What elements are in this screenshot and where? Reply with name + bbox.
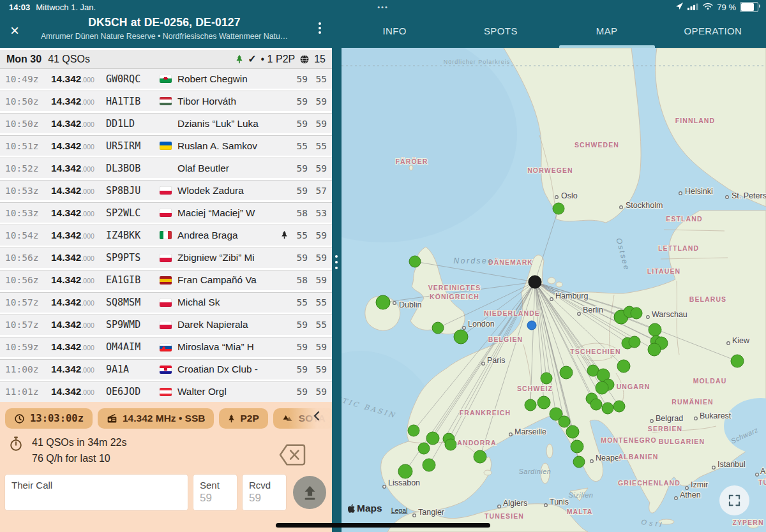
qso-frequency: 14.342.000 bbox=[51, 185, 106, 196]
qso-station-dot[interactable] bbox=[454, 330, 468, 344]
qso-operator-name: Robert Chegwin bbox=[177, 73, 292, 85]
qso-station-dot[interactable] bbox=[648, 343, 661, 356]
backspace-button[interactable] bbox=[278, 443, 306, 469]
qso-time: 10:53z bbox=[5, 186, 51, 196]
qso-station-dot[interactable] bbox=[432, 322, 444, 334]
log-summary-bar[interactable]: Mon 30 41 QSOs ✓ • 1 P2P 15 bbox=[0, 48, 332, 68]
qso-row[interactable]: 10:51z14.342.000UR5IRMRuslan A. Samkov55… bbox=[0, 135, 332, 156]
multitask-dots-icon[interactable]: ••• bbox=[0, 3, 766, 11]
station-dot[interactable] bbox=[529, 276, 541, 288]
qso-row[interactable]: 10:50z14.342.000HA1TIBTibor Horváth5959 bbox=[0, 91, 332, 111]
map-label: RUMÄNIEN bbox=[672, 398, 713, 406]
qso-station-dot[interactable] bbox=[629, 336, 640, 348]
city-label: Ank bbox=[760, 467, 766, 476]
qso-callsign: DD1LD bbox=[106, 118, 160, 129]
qso-callsign: SP9WMD bbox=[106, 319, 160, 330]
fullscreen-button[interactable] bbox=[719, 485, 749, 515]
qso-operator-name: Dzianis “Luk” Luka bbox=[177, 118, 292, 129]
qso-rst-sent: 55 bbox=[292, 141, 308, 151]
chip-sota[interactable]: SOTA bbox=[273, 408, 332, 429]
qso-station-dot[interactable] bbox=[418, 443, 430, 454]
page-title: DK5CH at DE-0256, DE-0127 bbox=[26, 16, 303, 29]
check-icon: ✓ bbox=[248, 53, 256, 65]
tab-map[interactable]: MAP bbox=[554, 14, 660, 48]
qso-row[interactable]: 10:54z14.342.000IZ4BKKAndrea Braga5559 bbox=[0, 225, 332, 245]
qso-row[interactable]: 10:57z14.342.000SP9WMDDarek Napierala595… bbox=[0, 314, 332, 335]
map-label: TÜ bbox=[758, 478, 766, 486]
chip-p2p[interactable]: P2P bbox=[219, 408, 267, 429]
tab-operation[interactable]: OPERATION bbox=[660, 14, 766, 48]
close-icon[interactable]: × bbox=[10, 23, 19, 38]
qso-row[interactable]: 11:01z14.342.000OE6JODWalter Orgl5959 bbox=[0, 381, 332, 402]
rcvd-input[interactable] bbox=[249, 491, 280, 505]
qso-row[interactable]: 10:49z14.342.000GW0RQCRobert Chegwin5955 bbox=[0, 68, 332, 89]
qso-rst-rcvd: 55 bbox=[311, 320, 327, 330]
qso-station-dot[interactable] bbox=[376, 295, 390, 309]
qso-row[interactable]: 10:57z14.342.000SQ8MSMMichal Sk5555 bbox=[0, 292, 332, 313]
qso-rst-sent: 58 bbox=[292, 275, 308, 285]
rst-rcvd-field[interactable]: Rcvd bbox=[243, 475, 286, 510]
qso-station-dot[interactable] bbox=[596, 381, 608, 394]
qso-row[interactable]: 10:56z14.342.000SP9PTSZbigniew “Zibi” Mi… bbox=[0, 248, 332, 268]
app-header: × DK5CH at DE-0256, DE-0127 Amrumer Düne… bbox=[0, 14, 766, 48]
qso-rate-line1: 41 QSOs in 34m 22s bbox=[32, 435, 127, 451]
tab-spots[interactable]: SPOTS bbox=[447, 14, 553, 48]
qso-station-dot[interactable] bbox=[398, 464, 412, 478]
chevron-left-icon[interactable] bbox=[313, 411, 320, 424]
legal-link[interactable]: Legal bbox=[391, 506, 408, 514]
qso-station-dot[interactable] bbox=[602, 403, 613, 414]
map-label: TSCHECHIEN bbox=[570, 348, 620, 355]
qso-row[interactable]: 11:00z14.342.0009A1ACroatian Dx Club -59… bbox=[0, 359, 332, 380]
island-faroe bbox=[409, 165, 413, 170]
qso-station-dot[interactable] bbox=[474, 450, 486, 463]
europe-map[interactable]: OsloHelsinkiSt. PetersbStockholmDublinHa… bbox=[342, 48, 766, 532]
chip-14-342-mhz-ssb[interactable]: 14.342 MHz • SSB bbox=[98, 408, 214, 429]
their-call-field[interactable]: Their Call bbox=[5, 475, 188, 510]
rst-sent-field[interactable]: Sent bbox=[193, 475, 237, 510]
qso-row[interactable]: 10:50z14.342.000DD1LDDzianis “Luk” Luka5… bbox=[0, 113, 332, 133]
home-indicator[interactable] bbox=[276, 523, 490, 528]
qso-station-dot[interactable] bbox=[571, 440, 583, 453]
qso-station-dot[interactable] bbox=[537, 396, 550, 409]
city-label: Kiew bbox=[732, 336, 750, 345]
qso-row[interactable]: 10:53z14.342.000SP2WLCMaciej “Maciej” W5… bbox=[0, 202, 332, 223]
qso-station-dot[interactable] bbox=[566, 425, 579, 438]
qso-station-dot[interactable] bbox=[408, 425, 419, 436]
qso-rst-sent: 55 bbox=[292, 297, 308, 307]
qso-rst-rcvd: 59 bbox=[311, 230, 327, 240]
qso-station-dot[interactable] bbox=[409, 256, 421, 267]
self-spot-dot[interactable] bbox=[527, 321, 536, 330]
qso-station-dot[interactable] bbox=[553, 203, 564, 214]
panel-divider[interactable] bbox=[332, 48, 342, 532]
qso-station-dot[interactable] bbox=[631, 307, 642, 319]
qso-station-dot[interactable] bbox=[426, 432, 439, 445]
log-qso-button[interactable] bbox=[293, 476, 326, 509]
qso-station-dot[interactable] bbox=[590, 399, 602, 410]
qso-station-dot[interactable] bbox=[649, 323, 661, 336]
map-panel[interactable]: OsloHelsinkiSt. PetersbStockholmDublinHa… bbox=[342, 48, 766, 532]
kebab-menu-icon[interactable] bbox=[319, 22, 321, 34]
chip-13-03-00z[interactable]: 13:03:00z bbox=[5, 408, 93, 429]
map-label: VEREINIGTES bbox=[428, 284, 481, 292]
qso-row[interactable]: 10:59z14.342.000OM4AIMMiroslava “Mia” H5… bbox=[0, 337, 332, 357]
qso-station-dot[interactable] bbox=[423, 459, 435, 471]
qso-station-dot[interactable] bbox=[573, 456, 585, 468]
qso-station-dot[interactable] bbox=[731, 355, 744, 367]
qso-station-dot[interactable] bbox=[617, 360, 630, 373]
their-call-input[interactable] bbox=[11, 491, 181, 505]
qso-station-dot[interactable] bbox=[525, 399, 536, 411]
qso-station-dot[interactable] bbox=[559, 416, 570, 427]
qso-station-dot[interactable] bbox=[541, 373, 552, 384]
qso-station-dot[interactable] bbox=[560, 366, 573, 379]
sent-input[interactable] bbox=[200, 491, 230, 505]
flag-hungary-icon bbox=[160, 97, 172, 105]
qso-station-dot[interactable] bbox=[613, 401, 625, 412]
city-label: London bbox=[468, 320, 495, 329]
drag-handle-icon[interactable] bbox=[335, 255, 338, 269]
qso-station-dot[interactable] bbox=[445, 439, 456, 450]
qso-row[interactable]: 10:56z14.342.000EA1GIBFran Campañó Va585… bbox=[0, 270, 332, 290]
qso-row[interactable]: 10:53z14.342.000SP8BJUWlodek Zadura5957 bbox=[0, 180, 332, 200]
chip-label: 14.342 MHz • SSB bbox=[123, 413, 205, 424]
qso-row[interactable]: 10:52z14.342.000DL3BOBOlaf Beutler5959 bbox=[0, 158, 332, 178]
tab-info[interactable]: INFO bbox=[342, 14, 447, 48]
